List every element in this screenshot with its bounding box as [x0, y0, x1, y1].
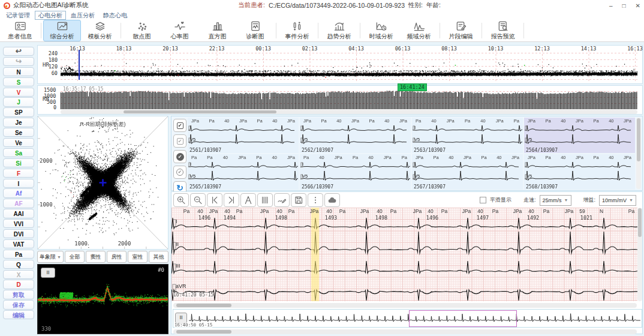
toolbar-button-6[interactable]: 直方图 — [198, 20, 236, 41]
sidebar-button-Pa[interactable]: Pa — [3, 250, 34, 259]
toolbar-button-3[interactable]: 模板分析 — [81, 20, 119, 41]
toolbar-button-5[interactable]: 心率图 — [161, 20, 198, 41]
annotation-token[interactable]: Pa — [628, 208, 634, 214]
annotation-token[interactable]: Pa — [236, 208, 242, 214]
toolbar-button-4[interactable]: 散点图 — [123, 20, 161, 41]
annotation-token[interactable]: 40 — [477, 208, 483, 214]
sidebar-button-编辑[interactable]: 编辑 — [3, 310, 34, 319]
annotation-token[interactable]: 40 — [326, 208, 332, 214]
annotation-token[interactable]: Pa — [339, 208, 345, 214]
toolbar-button-7[interactable]: 诊断图 — [236, 20, 274, 41]
annotation-token[interactable]: Pa — [288, 208, 294, 214]
annotation-token[interactable]: Pa — [543, 208, 549, 214]
circle-check-outline-icon[interactable]: ✔ — [173, 166, 186, 179]
toolbar-button-13[interactable]: 报告预览 — [484, 20, 522, 41]
speed-select[interactable]: 25mm/s▼ — [540, 195, 571, 206]
sidebar-button-redo[interactable]: ↪ — [3, 57, 34, 66]
annotation-token[interactable]: 40 — [377, 208, 382, 214]
annotate-button[interactable] — [274, 193, 290, 207]
sidebar-button-VVI[interactable]: VVI — [3, 219, 34, 228]
toolbar-button-2[interactable]: 综合分析 — [43, 20, 81, 41]
filter-button-2[interactable]: 窦性 — [86, 251, 106, 263]
ecg-grid-hscrollbar-thumb[interactable] — [176, 304, 231, 307]
quadrant-select[interactable]: 单象限 ▼ — [37, 251, 64, 263]
sidebar-button-S[interactable]: S — [3, 77, 34, 86]
filter-button-4[interactable]: 室性 — [128, 251, 148, 263]
sidebar-button-DVI[interactable]: DVI — [3, 229, 34, 238]
menu-tab-3[interactable]: 血压分析 — [67, 11, 98, 20]
circle-check-filled-icon[interactable]: ✔ — [173, 150, 186, 163]
toolbar-button-1[interactable]: 患者信息 — [1, 20, 39, 41]
toolbar-button-11[interactable]: 频域分析 — [400, 20, 438, 41]
beat-cell-2563[interactable]: Pa40JPaPa40JPaPaIV52563/103907 — [412, 118, 523, 153]
sidebar-button-D[interactable]: D — [3, 280, 34, 289]
ecg-grid-vscrollbar-thumb[interactable] — [638, 208, 642, 237]
more-button[interactable] — [308, 193, 323, 207]
annotation-token[interactable]: JPa — [360, 208, 369, 214]
rhythm-selection-box[interactable] — [409, 310, 517, 327]
ecg-grid-view[interactable]: IIIIIIaVR Pa40JPa40PaJPa40PaJPa40PaJPa40… — [171, 208, 637, 301]
zoom-out-button[interactable] — [190, 193, 206, 207]
sidebar-button-保存[interactable]: 保存 — [3, 300, 34, 309]
close-button[interactable]: ✕ — [636, 2, 640, 9]
annotation-token[interactable]: 40 — [428, 208, 433, 214]
filter-button-3[interactable]: 房性 — [107, 251, 127, 263]
time-cursor[interactable] — [79, 50, 80, 80]
filter-button-1[interactable]: 全部 — [65, 251, 85, 263]
rr-scrollbar[interactable] — [61, 110, 637, 114]
maximize-button[interactable]: □ — [622, 2, 626, 9]
sidebar-button-剪取[interactable]: 剪取 — [3, 290, 34, 299]
annotation-token[interactable]: JPa — [565, 208, 574, 214]
beat-cell-2567[interactable]: JPaPa40JPaPa40JPaIV52567/103907 — [412, 154, 523, 190]
annotation-token[interactable]: 40 — [276, 208, 282, 214]
annotation-token[interactable]: Pa — [183, 208, 189, 214]
toolbar-button-12[interactable]: 片段编辑 — [442, 20, 480, 41]
caliper-button[interactable] — [240, 193, 256, 207]
annotation-token[interactable]: 40 — [224, 208, 230, 214]
sidebar-button-Sa[interactable]: Sa — [3, 148, 34, 157]
beat-cell-2562[interactable]: JPaPa40JPaPa40JPaIV52562/103907 — [300, 118, 411, 153]
template-lead-button[interactable]: II — [41, 268, 55, 278]
zoom-in-button[interactable] — [173, 193, 189, 207]
sidebar-button-AAI[interactable]: AAI — [3, 209, 34, 218]
menu-tab-2[interactable]: 心电分析 — [35, 11, 66, 20]
annotation-token[interactable]: JPa — [209, 208, 218, 214]
sidebar-button-Af[interactable]: Af — [3, 188, 34, 197]
sidebar-button-Ve[interactable]: Ve — [3, 138, 34, 147]
annotation-token[interactable]: N — [600, 208, 603, 214]
annotation-token[interactable]: 40 — [197, 208, 203, 214]
annotation-token[interactable]: JPa — [260, 208, 269, 214]
sidebar-button-X[interactable]: X — [3, 270, 34, 279]
sidebar-button-VAT[interactable]: VAT — [3, 239, 34, 248]
checkbox-checked-icon[interactable]: ✔ — [173, 119, 186, 132]
sidebar-button-I[interactable]: I — [3, 179, 34, 188]
ecg-grid-vscrollbar[interactable] — [637, 208, 642, 301]
beat-cell-2566[interactable]: Pa40JPaPa40JPaPaIV52566/103907 — [300, 154, 411, 190]
beat-grid-scrollbar-thumb[interactable] — [637, 118, 640, 161]
beat-cell-2564[interactable]: JPaPa40JPaPa40JPaIV52564/103907 — [524, 118, 635, 153]
sidebar-button-N[interactable]: N — [3, 67, 34, 76]
save-button[interactable] — [291, 193, 306, 207]
filter-button-5[interactable]: 其他 — [149, 251, 168, 263]
sidebar-button-V[interactable]: V — [3, 88, 34, 97]
annotation-token[interactable]: JPa — [310, 208, 319, 214]
sidebar-button-SP[interactable]: SP — [3, 107, 34, 116]
rhythm-strip[interactable]: II 16:40:50 05-15 — [173, 309, 642, 328]
sidebar-button-Q[interactable]: Q — [3, 260, 34, 269]
annotation-token[interactable]: JPa — [413, 208, 422, 214]
toolbar-button-10[interactable]: 时域分析 — [362, 20, 400, 41]
minimize-button[interactable]: – — [609, 2, 613, 9]
sidebar-button-AF[interactable]: AF — [3, 199, 34, 208]
sidebar-button-Si[interactable]: Si — [3, 158, 34, 167]
rhythm-hscrollbar[interactable] — [173, 329, 637, 334]
cloud-button[interactable] — [324, 193, 340, 207]
ecg-grid-hscrollbar[interactable] — [173, 303, 637, 308]
toolbar-button-9[interactable]: 趋势分析 — [320, 20, 358, 41]
last-page-button[interactable] — [224, 193, 239, 207]
beat-cell-2565[interactable]: PaPa40JPaPa40JPaIV52565/103907 — [188, 154, 299, 190]
menu-tab-1[interactable]: 记录管理 — [2, 11, 34, 20]
gain-select[interactable]: 10mm/mV▼ — [599, 195, 636, 206]
smooth-display-checkbox[interactable] — [480, 197, 486, 203]
sidebar-button-F[interactable]: F — [3, 169, 34, 178]
rhythm-hscrollbar-thumb[interactable] — [176, 330, 231, 334]
